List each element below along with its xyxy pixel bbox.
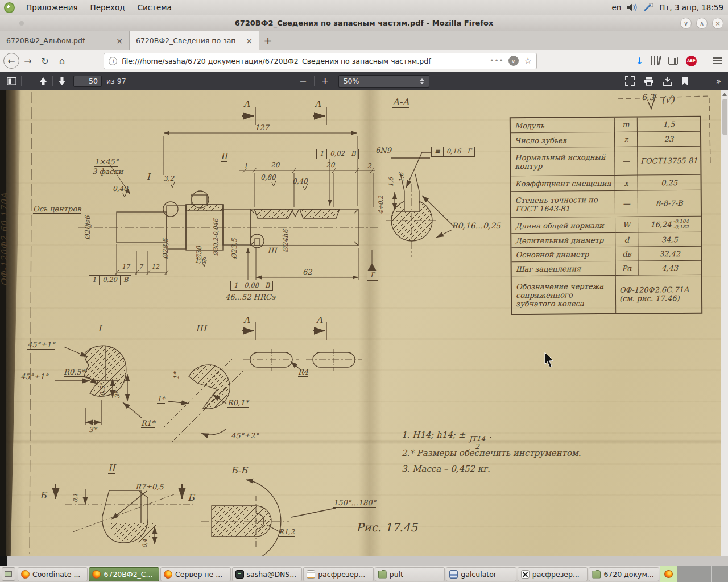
window-title: 6720ВФ2_Сведения по запасным частям.pdf … <box>0 19 728 27</box>
show-desktop-button[interactable] <box>2 567 15 581</box>
adblock-icon[interactable]: ABP <box>686 56 697 66</box>
workspace-3[interactable] <box>694 566 711 582</box>
taskbar-item[interactable]: sasha@DNS... <box>232 567 303 581</box>
roughness-1-6: 1,6 <box>195 257 205 264</box>
menu-system[interactable]: Система <box>131 0 178 15</box>
previous-page-icon[interactable] <box>39 77 48 86</box>
bookmark-icon[interactable] <box>681 77 688 86</box>
back-button[interactable]: ← <box>3 53 19 69</box>
firefox-icon <box>664 570 673 578</box>
table-cell: Шаг зацепления <box>512 261 616 276</box>
download-pdf-icon[interactable] <box>663 77 672 86</box>
gear-parameter-table: Модуль m 1,5 Число зубьев z 23 Нормальны… <box>510 116 702 315</box>
table-cell: Нормальный исходный контур <box>511 147 615 176</box>
print-icon[interactable] <box>644 77 654 86</box>
menu-hamburger-icon[interactable] <box>713 57 722 64</box>
tab-spare-parts-pdf[interactable]: 6720ВФ2_Сведения по зап × <box>130 31 259 50</box>
document-x-icon <box>521 570 530 579</box>
shaft-view <box>78 191 378 250</box>
scrollbar-thumb[interactable] <box>722 99 727 135</box>
workspace-4[interactable] <box>711 566 728 582</box>
workspace-2[interactable] <box>677 566 694 582</box>
close-button[interactable]: × <box>712 18 723 29</box>
tab-album-pdf[interactable]: 6720ВФ2_Альбом.pdf × <box>0 31 130 50</box>
vertical-scrollbar[interactable] <box>721 90 728 556</box>
workspace-1[interactable] <box>660 566 677 582</box>
roughness-3-2: 3,2 <box>163 175 174 182</box>
tab-close-icon[interactable]: × <box>114 36 125 45</box>
library-icon[interactable] <box>651 56 660 65</box>
axis-label: Ось центров <box>33 205 81 214</box>
chamfer-note: 1×45° <box>94 158 118 167</box>
new-tab-button[interactable]: + <box>259 31 276 50</box>
tab-close-icon[interactable]: × <box>244 36 254 45</box>
page-actions-icon[interactable]: ••• <box>490 57 503 65</box>
desktop-panel: Приложения Переход Система en Пт, 3 апр,… <box>0 0 728 15</box>
radius-note: R0,16...0,25 <box>452 222 500 230</box>
figure-caption: Рис. 17.45 <box>356 522 417 533</box>
terminal-icon <box>235 570 244 579</box>
runout-frame: 10,20В <box>89 275 131 285</box>
next-page-icon[interactable] <box>57 77 67 86</box>
reload-button[interactable]: ↻ <box>36 53 53 69</box>
home-button[interactable]: ⌂ <box>53 53 71 69</box>
angle-45-2: 45°±2° <box>231 432 259 440</box>
presentation-mode-icon[interactable] <box>625 76 635 86</box>
pocket-icon[interactable]: ∨ <box>508 56 519 66</box>
taskbar-item-active[interactable]: 6720ВФ2_С... <box>89 567 159 581</box>
menu-applications[interactable]: Приложения <box>20 0 84 15</box>
menu-places[interactable]: Переход <box>84 0 131 15</box>
zoom-select[interactable]: 50% <box>338 75 429 88</box>
dim-0-5: 0,5* <box>100 383 106 396</box>
toolbar-icons: ↓ ABP <box>636 56 728 66</box>
minimize-button[interactable]: ∨ <box>680 18 692 29</box>
maximize-button[interactable]: ∧ <box>696 18 708 29</box>
window-titlebar[interactable]: 6720ВФ2_Сведения по запасным частям.pdf … <box>0 15 728 31</box>
note-3: 3. Масса – 0,452 кг. <box>402 465 490 473</box>
taskbar-item[interactable]: pult <box>375 567 445 581</box>
zoom-out-icon[interactable]: − <box>297 76 309 86</box>
horizontal-scrollbar[interactable] <box>0 556 728 566</box>
zoom-spinner-icon <box>420 78 424 84</box>
pdf-page-scan[interactable]: ОФ-120Ф2.60.170А Ось центров А А А А А-А… <box>0 90 728 556</box>
volume-icon[interactable] <box>626 3 638 12</box>
section-bb-title: Б-Б <box>231 466 247 476</box>
downloads-icon[interactable]: ↓ <box>636 56 643 66</box>
pdf-sidebar-toggle-icon[interactable] <box>7 77 16 85</box>
dia-30-2: Ø30,2-0,046 <box>213 219 219 256</box>
roughness-0-40: 0,40 <box>113 185 128 192</box>
dia-24h6: Ø24h6 <box>282 230 289 252</box>
site-info-icon[interactable]: i <box>109 57 117 65</box>
more-tools-icon[interactable]: » <box>716 76 721 86</box>
tool-notification-icon[interactable] <box>643 2 654 13</box>
symmetry-frame: ≡0,16Г <box>431 147 475 157</box>
dim-3: 3* <box>114 392 121 399</box>
section-aa-title: А-А <box>392 98 410 108</box>
detail-2-mark: ІІ <box>221 152 228 162</box>
scroll-up-icon[interactable] <box>722 93 727 96</box>
taskbar-item[interactable]: расфрезер... <box>518 567 588 581</box>
roughness-corner: 6,3 <box>642 93 654 101</box>
url-bar[interactable]: i ••• ∨ ☆ <box>104 53 537 69</box>
navigation-toolbar: ← → ↻ ⌂ i ••• ∨ ☆ ↓ ABP <box>0 50 728 72</box>
keyboard-layout-indicator[interactable]: en <box>611 3 621 12</box>
firefox-icon <box>92 570 101 579</box>
taskbar-item[interactable]: 6720 докум... <box>589 567 659 581</box>
system-tray: en Пт, 3 апр, 18:59 <box>606 2 728 13</box>
url-input[interactable] <box>122 57 485 65</box>
menu-logo-icon[interactable] <box>4 2 15 13</box>
taskbar-item[interactable]: galculator <box>446 567 516 581</box>
folder-icon <box>378 570 387 579</box>
taskbar-item[interactable]: расфрезер... <box>303 567 374 581</box>
sidebar-icon[interactable] <box>668 57 678 65</box>
taskbar-item[interactable]: Сервер не ... <box>160 567 231 581</box>
taskbar-item[interactable]: Coordinate ... <box>18 567 88 581</box>
forward-button[interactable]: → <box>19 53 36 69</box>
zoom-in-icon[interactable]: + <box>319 76 332 86</box>
folder-icon <box>592 570 601 579</box>
detail-2-title: ІІ <box>108 464 115 474</box>
clock[interactable]: Пт, 3 апр, 18:59 <box>659 3 723 12</box>
dim-2: 2 <box>367 163 371 169</box>
bookmark-star-icon[interactable]: ☆ <box>524 56 532 66</box>
page-number-input[interactable] <box>73 76 102 87</box>
